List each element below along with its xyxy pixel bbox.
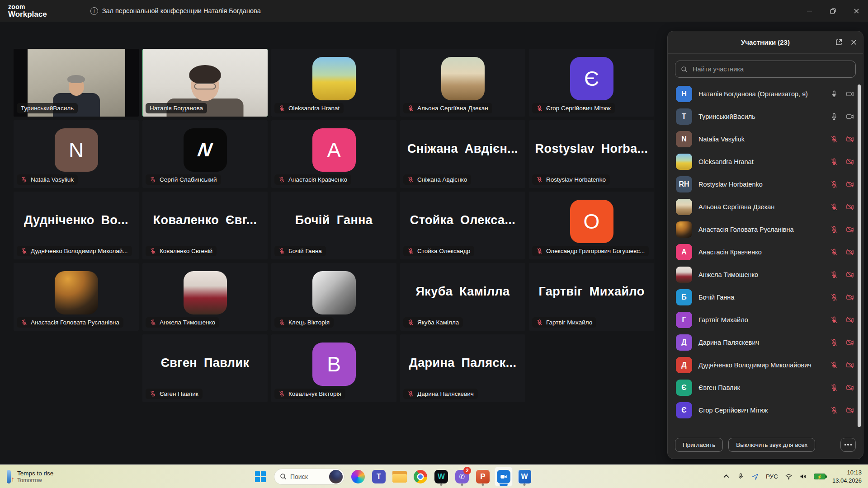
language-indicator[interactable]: РУС [766,473,778,480]
bing-daily-image[interactable] [329,470,343,483]
mute-all-button[interactable]: Выключить звук для всех [728,438,815,452]
explorer-taskbar-button[interactable] [391,467,409,487]
mic-muted-icon[interactable] [830,225,838,234]
video-tile[interactable]: Анжела Тимошенко [142,263,268,331]
camera-off-icon[interactable] [846,248,854,256]
battery-icon[interactable]: ⚡ [814,474,826,479]
close-button[interactable] [844,0,868,22]
mic-muted-icon[interactable] [830,293,838,301]
participant-search-box[interactable] [675,61,856,78]
video-tile[interactable]: ТуринськийВасиль [14,49,139,117]
mic-muted-icon[interactable] [830,338,838,347]
wifi-icon[interactable] [785,473,793,480]
camera-off-icon[interactable] [846,271,854,279]
webex-taskbar-button[interactable]: W [432,467,450,487]
camera-off-icon[interactable] [846,406,854,414]
participant-row[interactable]: ТТуринськийВасиль [668,105,857,128]
camera-on-icon[interactable] [846,90,854,98]
close-panel-icon[interactable] [850,38,858,46]
video-tile[interactable]: ВКовальчук Вікторія [271,334,396,402]
chrome-taskbar-button[interactable] [411,467,429,487]
mic-muted-icon[interactable] [830,406,838,414]
tray-chevron-icon[interactable] [722,473,730,480]
camera-off-icon[interactable] [846,316,854,324]
video-tile[interactable]: Якуба КаміллаЯкуба Камілла [400,263,525,331]
participants-scrollbar[interactable] [858,84,861,427]
mic-muted-icon[interactable] [830,248,838,256]
taskbar-clock[interactable]: 10:13 13.04.2026 [832,469,862,484]
participant-row[interactable]: RHRostyslav Horbatenko [668,173,857,196]
zoom-taskbar-button[interactable] [495,467,513,487]
camera-off-icon[interactable] [846,384,854,392]
participant-row[interactable]: NNatalia Vasyliuk [668,128,857,150]
camera-off-icon[interactable] [846,225,854,234]
word-taskbar-button[interactable]: W [515,467,533,487]
video-tile[interactable]: Сніжана Авдієн...Сніжана Авдієнко [400,120,525,188]
volume-icon[interactable] [799,473,807,480]
powerpoint-taskbar-button[interactable]: P [474,467,492,487]
viber-taskbar-button[interactable]: ✆2 [453,467,471,487]
participant-row[interactable]: ГГартвіг Михайло [668,309,857,331]
participant-row[interactable]: ННаталія Богданова (Организатор, я) [668,83,857,105]
taskbar-search[interactable]: Поиск [274,469,344,485]
tray-location-icon[interactable] [751,473,759,480]
mic-muted-icon[interactable] [830,158,838,166]
camera-off-icon[interactable] [846,180,854,188]
camera-off-icon[interactable] [846,338,854,347]
video-tile[interactable]: ЄЄгор Сергійович Мітюк [529,49,654,117]
participant-row[interactable]: Анастасія Головата Русланівна [668,218,857,241]
invite-button[interactable]: Пригласить [675,438,723,452]
camera-off-icon[interactable] [846,158,854,166]
video-tile[interactable]: Oleksandra Hranat [271,49,396,117]
minimize-button[interactable] [797,0,821,22]
mic-muted-icon[interactable] [830,203,838,211]
video-tile[interactable]: Дудніченко Во...Дудніченко Володимир Мик… [14,192,139,259]
mic-muted-icon[interactable] [830,384,838,392]
participant-row[interactable]: Альона Сергіївна Дзекан [668,196,857,218]
video-tile[interactable]: Коваленко Євг...Коваленко Євгеній [142,192,268,259]
mic-muted-icon[interactable] [830,180,838,188]
video-tile[interactable]: Бочій ГаннаБочій Ганна [271,192,396,259]
mic-on-icon[interactable] [830,113,838,121]
copilot-taskbar-button[interactable] [349,467,367,487]
more-options-button[interactable] [840,438,856,452]
tray-mic-icon[interactable] [737,473,745,480]
video-tile[interactable]: Гартвіг МихайлоГартвіг Михайло [529,263,654,331]
video-tile[interactable]: Дарина Паляск...Дарина Паляскевич [400,334,525,402]
video-tile[interactable]: NСергій Слабинський [142,120,268,188]
video-tile[interactable]: Наталія Богданова [142,49,268,117]
camera-off-icon[interactable] [846,135,854,143]
participant-row[interactable]: ААнастасія Кравченко [668,241,857,263]
camera-off-icon[interactable] [846,293,854,301]
mic-muted-icon[interactable] [830,361,838,369]
participant-row[interactable]: ДДарина Паляскевич [668,331,857,354]
video-tile[interactable]: Анастасія Головата Русланівна [14,263,139,331]
video-tile[interactable]: Альона Сергіївна Дзекан [400,49,525,117]
weather-widget[interactable]: ↑ Temps to rise Tomorrow [6,470,53,483]
video-tile[interactable]: Rostyslav Horba...Rostyslav Horbatenko [529,120,654,188]
camera-off-icon[interactable] [846,361,854,369]
video-tile[interactable]: Стойка Олекса...Стойка Олександр [400,192,525,259]
participant-row[interactable]: ЄЄгор Сергійович Мітюк [668,399,857,422]
participant-row[interactable]: ДДудніченко Володимир Миколайович [668,354,857,376]
mic-on-icon[interactable] [830,90,838,98]
mic-muted-icon[interactable] [830,316,838,324]
participant-row[interactable]: Oleksandra Hranat [668,150,857,173]
video-tile[interactable]: NNatalia Vasyliuk [14,120,139,188]
participant-row[interactable]: Анжела Тимошенко [668,263,857,286]
start-button[interactable] [251,468,269,486]
mic-muted-icon[interactable] [830,135,838,143]
participant-row[interactable]: ББочій Ганна [668,286,857,309]
teams-taskbar-button[interactable]: T [370,467,388,487]
camera-on-icon[interactable] [846,113,854,121]
pop-out-icon[interactable] [835,38,843,46]
video-tile[interactable]: ООлександр Григорович Богушевс... [529,192,654,259]
info-icon[interactable]: i [90,7,98,15]
video-tile[interactable]: ААнастасія Кравченко [271,120,396,188]
camera-off-icon[interactable] [846,203,854,211]
video-tile[interactable]: Євген ПавликЄвген Павлик [142,334,268,402]
restore-button[interactable] [821,0,844,22]
mic-muted-icon[interactable] [830,271,838,279]
participant-row[interactable]: ЄЄвген Павлик [668,376,857,399]
video-tile[interactable]: Клець Вікторія [271,263,396,331]
